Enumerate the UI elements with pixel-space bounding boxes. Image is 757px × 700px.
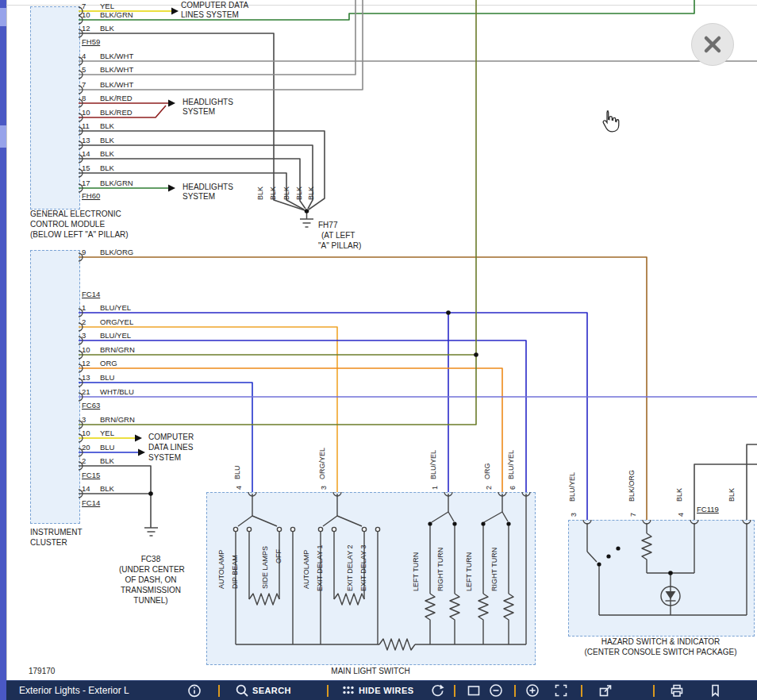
wire-code-vertical: ORG bbox=[483, 463, 492, 479]
connector-label: FH59 bbox=[82, 37, 100, 47]
wire-code: BLU bbox=[100, 373, 114, 382]
wire-code: YEL bbox=[100, 2, 114, 10]
ground-location: (AT LEFT bbox=[321, 231, 355, 240]
wire-code-vertical: BLU bbox=[233, 465, 242, 479]
wire-code-vertical: BLK bbox=[728, 488, 736, 502]
pin-row: 9BLK/ORG bbox=[82, 248, 133, 257]
pin-row: 12ORG bbox=[82, 359, 117, 368]
contact-dot bbox=[506, 521, 510, 525]
reset-icon[interactable] bbox=[430, 683, 444, 698]
wire-blk-grn bbox=[79, 0, 694, 20]
wire-brn-grn bbox=[79, 0, 476, 425]
toolbar-separator bbox=[514, 685, 516, 697]
switch-position-label: LEFT TURN bbox=[465, 552, 474, 591]
wire-code-vertical: BLU/YEL bbox=[507, 450, 516, 479]
wire-code: BLU bbox=[100, 443, 114, 452]
switch-blade bbox=[587, 552, 597, 562]
contact-circle bbox=[277, 527, 281, 531]
contact-dot bbox=[481, 521, 485, 525]
switch-position-label: SIDE LAMPS bbox=[261, 546, 270, 589]
system-ref: SYSTEM bbox=[148, 453, 181, 463]
save-bookmark-icon[interactable] bbox=[708, 683, 722, 698]
arrow-icon bbox=[135, 435, 142, 442]
diagram-title: Exterior Lights - Exterior L bbox=[19, 685, 129, 696]
zoom-in-icon[interactable] bbox=[525, 683, 540, 698]
pin-number: 12 bbox=[82, 359, 100, 368]
switch-blade bbox=[484, 512, 502, 522]
switch-position-label: EXIT DELAY 1 bbox=[316, 544, 325, 591]
junction-dot bbox=[446, 310, 451, 315]
wire-code: YEL bbox=[100, 429, 114, 437]
system-ref: DATA LINES bbox=[148, 443, 193, 452]
component-title: (BELOW LEFT "A" PILLAR) bbox=[30, 230, 129, 240]
pin-number: 1 bbox=[82, 303, 100, 313]
arrow-icon bbox=[171, 8, 179, 15]
ground-label: FC38 bbox=[119, 555, 183, 564]
zoom-out-icon[interactable] bbox=[489, 683, 503, 698]
bottom-toolbar: Exterior Lights - Exterior L SEARCH HIDE… bbox=[6, 680, 757, 700]
wire-code: BLK bbox=[100, 484, 114, 493]
pin-number: 6 bbox=[509, 486, 517, 490]
wire-code: BLK/WHT bbox=[100, 52, 133, 60]
wire-code: BLK bbox=[100, 456, 114, 465]
component-title: GENERAL ELECTRONIC bbox=[30, 210, 121, 219]
pin-row: 10BLK/RED bbox=[82, 108, 133, 117]
resistor bbox=[379, 639, 415, 650]
resistor bbox=[642, 533, 651, 573]
hide-wires-button[interactable]: HIDE WIRES bbox=[359, 686, 413, 695]
connector-label: FC14 bbox=[82, 290, 100, 299]
wire-code: BLK bbox=[100, 136, 114, 144]
component-title: (CENTER CONSOLE SWITCH PACKAGE) bbox=[568, 648, 753, 657]
pin-number: 10 bbox=[82, 10, 100, 20]
pin-number: 5 bbox=[82, 65, 100, 75]
resistor bbox=[478, 594, 488, 644]
wire-code: BLK/GRN bbox=[100, 10, 133, 19]
switch-position-label: RIGHT TURN bbox=[490, 548, 499, 591]
fullscreen-icon[interactable] bbox=[467, 683, 481, 698]
component-title: HAZARD SWITCH & INDICATOR bbox=[568, 637, 753, 647]
connector-label: FC119 bbox=[697, 505, 719, 514]
hazard-internals bbox=[587, 523, 747, 615]
component-title: CLUSTER bbox=[30, 538, 67, 548]
search-button[interactable]: SEARCH bbox=[252, 686, 291, 695]
switch-position-label: RIGHT TURN bbox=[436, 548, 445, 591]
pin-number: 4 bbox=[235, 486, 244, 490]
switch-position-label: AUTOLAMP bbox=[217, 550, 226, 589]
wire-code: ORG/YEL bbox=[100, 317, 133, 326]
pin-row: 8BLK/RED bbox=[82, 94, 133, 103]
search-icon[interactable] bbox=[235, 683, 249, 698]
pin-number: 1 bbox=[431, 486, 440, 490]
pin-row: 3BRN/GRN bbox=[82, 415, 135, 425]
junction-dot bbox=[668, 571, 673, 575]
pin-number: 3 bbox=[82, 331, 100, 340]
switch-blade bbox=[432, 512, 448, 522]
component-title: CONTROL MODULE bbox=[30, 220, 105, 229]
switch-position-label: EXIT DELAY 3 bbox=[359, 544, 368, 591]
junction-dot bbox=[148, 491, 153, 496]
hide-wires-icon[interactable] bbox=[341, 683, 355, 698]
info-icon[interactable] bbox=[187, 683, 202, 698]
wire-code: BLK/ORG bbox=[100, 248, 133, 256]
ground-location: TUNNEL) bbox=[119, 596, 183, 606]
wire-code-vertical: BLK/ORG bbox=[628, 470, 636, 502]
switch-blade bbox=[252, 516, 277, 526]
print-icon[interactable] bbox=[670, 683, 684, 698]
pin-row: 10YEL bbox=[82, 429, 114, 438]
system-ref: HEADLIGHTS bbox=[183, 183, 233, 192]
pin-row: 20BLU bbox=[82, 443, 114, 452]
wire-code: BLK/GRN bbox=[100, 179, 133, 187]
contact-dot bbox=[606, 554, 610, 558]
pin-row: 7BLK/WHT bbox=[82, 80, 133, 90]
pin-number: 10 bbox=[82, 108, 100, 117]
wire-code: BLK bbox=[100, 121, 114, 130]
switch-position-label: EXIT DELAY 2 bbox=[346, 544, 355, 591]
open-diagram-icon[interactable] bbox=[598, 683, 613, 698]
contact-circle bbox=[362, 527, 366, 531]
ground-location: TRANSMISSION bbox=[119, 586, 183, 595]
diode-triangle-icon bbox=[666, 591, 676, 599]
switch-blade bbox=[448, 512, 454, 521]
close-button[interactable] bbox=[691, 23, 734, 66]
pin-number: 2 bbox=[82, 317, 100, 327]
pin-row: 10BLK/GRN bbox=[82, 10, 133, 20]
fit-screen-icon[interactable] bbox=[554, 683, 568, 698]
